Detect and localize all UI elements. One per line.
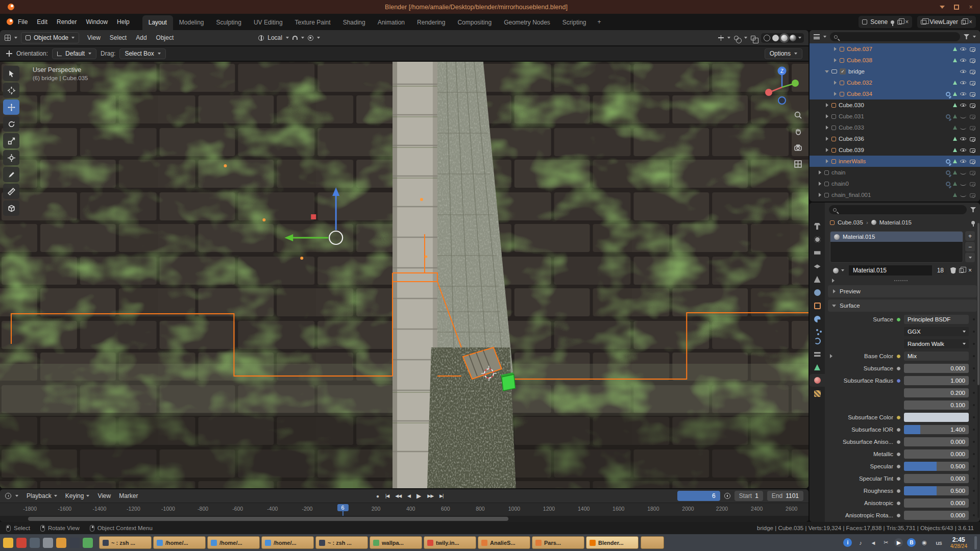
outliner-row[interactable]: Cube.034 [810,88,980,99]
taskbar-window-button[interactable]: AnalieS... [478,536,530,549]
object-name[interactable]: chain0 [831,181,943,187]
keyframe-dot-icon[interactable] [972,429,976,431]
topbar-menu[interactable]: File [13,16,32,28]
object-name[interactable]: chain_final.001 [831,192,950,198]
workspace-tab[interactable]: Shading [337,15,372,30]
users-count-button[interactable]: 18 [934,265,947,276]
new-scene-icon[interactable] [897,20,902,24]
editor-type-icon[interactable] [5,35,11,41]
taskbar-window-button[interactable]: wallpa... [370,536,422,549]
keyframe-dot-icon[interactable] [972,502,976,504]
timeline-ruler[interactable]: -1800-1600-1400-1200-1000-800-600-400-20… [0,503,808,516]
drag-dropdown[interactable]: Select Box [119,48,165,59]
object-name[interactable]: Cube.034 [847,91,943,97]
jump-to-start-button[interactable]: |◀ [385,493,389,498]
property-field[interactable]: 0.200 [904,388,969,397]
expand-caret-icon[interactable] [829,477,833,481]
playback-sync-icon[interactable] [724,493,730,499]
property-field[interactable]: 0.000 [904,474,969,483]
outliner-row[interactable]: Cube.031 [810,111,980,122]
render-visibility-icon[interactable] [969,169,976,176]
object-name[interactable]: Cube.030 [839,102,950,108]
chevron-down-icon[interactable] [727,37,730,39]
property-field[interactable]: 1.000 [904,376,969,385]
keyframe-dot-icon[interactable] [972,453,976,455]
outliner-row[interactable]: Cube.030 [810,99,980,111]
annotate-tool[interactable] [3,167,19,182]
hide-eye-icon[interactable] [960,124,967,131]
browse-material-button[interactable] [830,265,847,276]
close-viewlayer-icon[interactable]: × [969,19,972,25]
hide-eye-icon[interactable] [960,136,967,142]
editor-type-caret-icon[interactable] [14,37,17,39]
slot-specials-button[interactable] [965,253,975,262]
expand-caret-icon[interactable] [818,193,822,197]
object-name[interactable]: Cube.036 [839,136,950,142]
workspace-tab[interactable]: Layout [142,15,173,30]
workspace-tab[interactable]: Rendering [411,15,451,30]
expand-caret-icon[interactable] [829,428,833,432]
gizmo-plane-handle[interactable] [311,214,316,219]
tab-tool[interactable] [810,220,825,233]
expand-caret-icon[interactable] [818,170,822,174]
hide-eye-icon[interactable] [960,57,967,64]
topbar-menu[interactable]: Render [52,16,81,28]
expand-caret-icon[interactable] [829,366,833,370]
tab-render[interactable] [810,233,825,246]
expand-caret-icon[interactable] [829,440,833,444]
launcher-icon[interactable] [69,538,80,548]
tab-object[interactable] [810,299,825,312]
render-visibility-icon[interactable] [969,158,976,164]
viewlayer-selector[interactable]: ViewLayer × [917,16,976,28]
property-field[interactable]: Principled BSDF [904,315,969,324]
clock[interactable]: 2:45 4/28/24 [946,536,971,549]
workspace-tab[interactable]: Modeling [173,15,210,30]
object-name[interactable]: Cube.032 [847,80,950,86]
remove-slot-button[interactable]: − [965,242,975,252]
maximize-window-button[interactable] [952,3,961,11]
hide-eye-icon[interactable] [960,113,967,120]
chevron-down-icon[interactable] [973,36,976,38]
outliner-row[interactable]: chain_final.001 [810,189,980,201]
filter-icon[interactable] [964,34,969,39]
overlays-toggle-icon[interactable] [734,36,739,40]
shade-window-button[interactable] [938,3,946,11]
material-slot-list[interactable]: Material.015 [830,231,963,263]
render-visibility-icon[interactable] [969,46,976,52]
expand-caret-icon[interactable] [829,391,833,395]
expand-caret-icon[interactable] [833,58,837,62]
expand-caret-icon[interactable] [829,379,833,383]
auto-keying-button[interactable]: ● [376,493,379,499]
outliner-row[interactable]: innerWalls [810,156,980,167]
object-name[interactable]: Cube.037 [847,46,950,52]
rotate-tool[interactable] [3,116,19,132]
chevron-down-icon[interactable] [301,37,304,39]
modifier-wrench-icon[interactable] [946,159,950,164]
taskbar-window-button[interactable]: /home/... [261,536,314,549]
expand-caret-icon[interactable] [825,103,829,107]
scale-tool[interactable] [3,133,19,148]
render-visibility-icon[interactable] [969,57,976,63]
tab-output[interactable] [810,246,825,259]
add-cube-tool[interactable] [3,201,19,216]
expand-caret-icon[interactable] [825,148,829,152]
pin-id-icon[interactable] [971,221,975,224]
tab-physics[interactable] [810,335,825,347]
chevron-down-icon[interactable] [15,495,18,497]
timeline-menu[interactable]: View [93,491,115,501]
launcher-icon[interactable] [56,538,66,548]
play-button[interactable]: ▶ [416,492,421,499]
property-field[interactable]: 0.500 [904,486,969,495]
gizmo-neg-z-axis[interactable] [778,97,786,104]
expand-caret-icon[interactable] [825,126,829,130]
hide-eye-icon[interactable] [960,80,967,86]
hide-eye-icon[interactable] [960,192,967,198]
topbar-menu[interactable]: Window [81,16,112,28]
workspace-tab[interactable]: Sculpting [210,15,248,30]
expand-caret-icon[interactable] [829,403,833,407]
expand-caret-icon[interactable] [825,69,829,73]
outliner-row[interactable]: Cube.038 [810,55,980,66]
viewport-scene[interactable] [0,62,808,488]
viewport-menu[interactable]: View [83,32,105,43]
pin-scene-icon[interactable] [891,20,894,24]
